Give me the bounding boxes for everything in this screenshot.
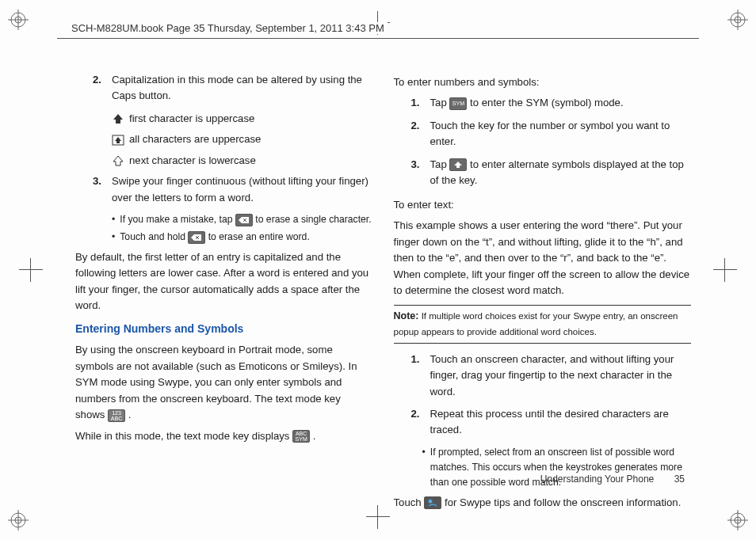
svg-marker-26 [454,162,462,168]
list-body: Touch an onscreen character, and without… [430,352,692,400]
swype-info-key-icon: i [424,496,441,509]
abc123-key-icon: 123ABC [108,409,125,422]
caps-state-line: next character is lowercase [112,153,373,169]
manual-page: SCH-M828UM.book Page 35 Thursday, Septem… [0,0,756,540]
list-item: 1. Touch an onscreen character, and with… [411,352,692,400]
text-run: . [313,430,316,442]
list-item: 2. Capitalization in this mode can be al… [93,72,373,105]
note-label: Note: [394,310,419,321]
sym-key-icon: SYM [449,97,467,110]
header-rule [57,38,699,39]
paragraph: By default, the first letter of an entry… [75,249,373,314]
lead-in: To enter text: [394,197,692,213]
list-number: 3. [93,173,112,206]
footer-section: Understanding Your Phone [540,473,654,485]
bullet-icon: • [112,230,115,245]
text-run: to erase an entire word. [208,231,310,242]
abcsym-key-icon: ABCSYM [292,430,310,443]
footer-page-number: 35 [674,473,685,485]
running-head: SCH-M828UM.book Page 35 Thursday, Septem… [68,22,388,34]
crop-mark-icon [713,258,737,282]
bullet-body: Touch and hold to erase an entire word. [120,230,372,245]
sub-bullet: • If you make a mistake, tap to erase a … [112,212,373,227]
shift-first-upper-icon [112,113,124,124]
note-body: If multiple word choices exist for your … [394,311,678,336]
list-item: 2. Touch the key for the number or symbo… [411,118,692,150]
bullet-body: If you make a mistake, tap to erase a si… [120,212,372,227]
list-body: Repeat this process until the desired ch… [430,406,692,439]
list-body: Capitalization in this mode can be alter… [112,72,373,105]
svg-marker-20 [239,217,249,223]
section-heading: Entering Numbers and Symbols [75,321,373,338]
list-body: Tap to enter alternate symbols displayed… [430,157,692,189]
text-run: to enter alternate symbols displayed at … [430,158,684,186]
list-body: Touch the key for the number or symbol y… [430,118,692,150]
list-item: 3. Tap to enter alternate symbols displa… [411,157,692,189]
shift-all-upper-icon [112,135,124,146]
paragraph: This example shows a user entering the w… [394,218,692,299]
list-item: 3. Swipe your finger continuous (without… [93,173,373,206]
backspace-key-icon [235,214,253,226]
right-column: To enter numbers and symbols: 1. Tap SYM… [394,70,692,485]
shift-lower-icon [112,155,124,166]
bullet-icon: • [112,212,115,227]
list-body: Swipe your finger continuous (without li… [112,173,373,206]
page-footer: Understanding Your Phone 35 [540,473,685,485]
registration-mark-icon [8,10,29,30]
text-run: Touch [394,496,425,508]
list-number: 2. [411,406,430,439]
caps-state-label: next character is lowercase [129,153,256,169]
text-run: Tap [430,158,450,170]
svg-marker-19 [113,156,123,165]
paragraph: While in this mode, the text mode key di… [75,428,373,444]
left-column: 2. Capitalization in this mode can be al… [75,70,373,485]
caps-state-label: first character is uppercase [129,111,254,127]
bullet-icon: • [422,445,426,490]
svg-marker-18 [115,137,121,143]
caps-state-line: first character is uppercase [112,111,373,127]
list-number: 3. [411,157,430,189]
crop-mark-icon [19,258,43,282]
note: Note: If multiple word choices exist for… [394,309,692,339]
paragraph: By using the onscreen keyboard in Portra… [75,342,373,423]
svg-marker-16 [113,114,123,124]
lead-in: To enter numbers and symbols: [394,74,692,90]
text-run: Touch and hold [120,231,188,242]
paragraph: Touch i for Swype tips and follow the on… [394,495,692,511]
registration-mark-icon [8,510,29,530]
backspace-key-icon [188,231,205,244]
caps-state-label: all characters are uppercase [129,131,261,147]
text-run: to enter the SYM (symbol) mode. [470,97,624,108]
key-label: SYM [452,101,464,106]
shift-key-icon [449,158,467,171]
registration-mark-icon [727,510,748,530]
list-item: 1. Tap SYM to enter the SYM (symbol) mod… [411,95,692,111]
text-run: While in this mode, the text mode key di… [75,430,292,442]
list-number: 2. [411,118,430,150]
sub-bullet: • Touch and hold to erase an entire word… [112,230,373,245]
list-number: 1. [411,95,430,111]
svg-text:i: i [430,500,431,504]
text-run: to erase a single character. [255,214,371,225]
crop-mark-icon [366,505,390,529]
note-rule [394,305,692,306]
list-number: 2. [93,72,112,105]
text-run: . [128,409,132,420]
text-run: for Swype tips and follow the onscreen i… [445,496,681,508]
text-run: Tap [430,97,450,108]
list-body: Tap SYM to enter the SYM (symbol) mode. [430,95,692,111]
text-run: If you make a mistake, tap [120,214,235,225]
body-columns: 2. Capitalization in this mode can be al… [75,70,691,485]
list-item: 2. Repeat this process until the desired… [411,406,692,439]
note-rule [394,343,692,344]
svg-marker-23 [191,234,201,241]
registration-mark-icon [727,10,748,30]
caps-state-line: all characters are uppercase [112,131,373,147]
list-number: 1. [411,352,430,400]
